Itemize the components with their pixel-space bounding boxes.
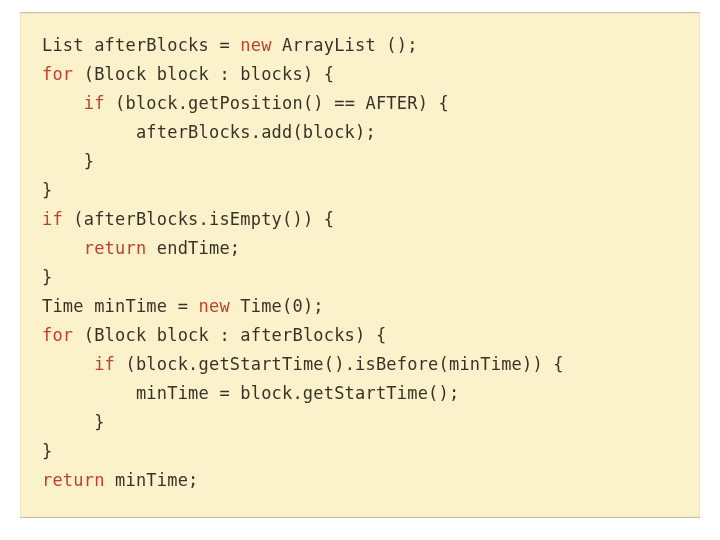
code-token: (afterBlocks.isEmpty()) { <box>63 209 334 229</box>
code-token <box>42 93 84 113</box>
code-token <box>42 354 94 374</box>
code-content: List afterBlocks = new ArrayList (); for… <box>42 31 678 495</box>
code-token: } <box>42 267 52 287</box>
code-token: ArrayList (); <box>272 35 418 55</box>
code-token: } <box>42 180 52 200</box>
code-token: Time(0); <box>230 296 324 316</box>
code-token: endTime; <box>146 238 240 258</box>
code-token: (block.getStartTime().isBefore(minTime))… <box>115 354 564 374</box>
keyword-token: for <box>42 64 73 84</box>
code-token: (block.getPosition() == AFTER) { <box>105 93 449 113</box>
code-token: (Block block : blocks) { <box>73 64 334 84</box>
code-token: afterBlocks.add(block); <box>42 122 376 142</box>
keyword-token: new <box>240 35 271 55</box>
code-token: } <box>42 151 94 171</box>
keyword-token: for <box>42 325 73 345</box>
code-token: List afterBlocks = <box>42 35 240 55</box>
code-token: Time minTime = <box>42 296 199 316</box>
code-token: } <box>42 412 105 432</box>
keyword-token: if <box>94 354 115 374</box>
keyword-token: if <box>84 93 105 113</box>
code-block: List afterBlocks = new ArrayList (); for… <box>20 12 700 518</box>
keyword-token: new <box>199 296 230 316</box>
code-token: } <box>42 441 52 461</box>
keyword-token: if <box>42 209 63 229</box>
code-token: minTime; <box>105 470 199 490</box>
code-token: minTime = block.getStartTime(); <box>42 383 459 403</box>
code-token: (Block block : afterBlocks) { <box>73 325 386 345</box>
code-token <box>42 238 84 258</box>
keyword-token: return <box>84 238 147 258</box>
keyword-token: return <box>42 470 105 490</box>
